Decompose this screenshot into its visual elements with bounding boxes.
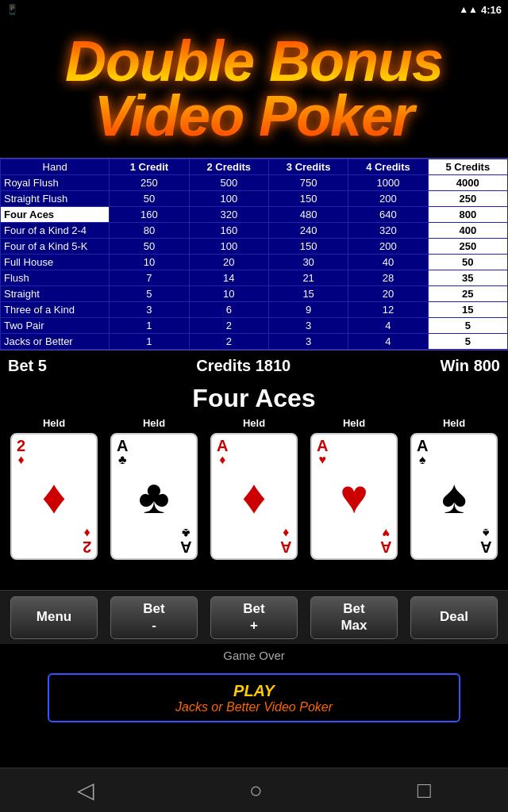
bet-bar: Bet 5 Credits 1810 Win 800 <box>0 350 508 381</box>
promo-subtitle: Jacks or Better Video Poker <box>175 700 333 714</box>
game-title: Double Bonus Video Poker <box>65 34 443 143</box>
credits-display: Credits 1810 <box>196 357 291 375</box>
game-over-text: Game Over <box>223 649 285 662</box>
col-hand: Hand <box>1 159 110 175</box>
card-corner-bottom: A ♥ <box>380 527 391 555</box>
card-corner-top: A ♥ <box>317 438 328 466</box>
held-label: Held <box>143 417 165 431</box>
card-corner-top: 2 ♦ <box>17 438 25 466</box>
table-row: Flush714212835 <box>1 270 508 286</box>
bet-minus-button[interactable]: Bet- <box>110 596 198 639</box>
card-center: ♣ <box>138 469 169 524</box>
table-row: Full House1020304050 <box>1 255 508 270</box>
card-container[interactable]: Held A ♣ ♣ A ♣ <box>110 417 198 560</box>
table-row: Four Aces160320480640800 <box>1 207 508 223</box>
held-label: Held <box>443 417 465 431</box>
card-1[interactable]: A ♣ ♣ A ♣ <box>110 433 198 560</box>
held-label: Held <box>243 417 265 431</box>
card-center: ♠ <box>441 469 467 524</box>
pay-table-header: Hand 1 Credit 2 Credits 3 Credits 4 Cred… <box>1 159 508 175</box>
card-3[interactable]: A ♥ ♥ A ♥ <box>310 433 398 560</box>
time-display: 4:16 <box>481 4 502 16</box>
table-row: Royal Flush25050075010004000 <box>1 175 508 191</box>
table-row: Jacks or Better12345 <box>1 334 508 350</box>
hand-name-bar: Four Aces <box>0 381 508 416</box>
status-right: ▲▲ 4:16 <box>459 4 502 16</box>
title-area: Double Bonus Video Poker <box>0 19 508 158</box>
bet-display: Bet 5 <box>8 357 47 375</box>
table-row: Three of a Kind3691215 <box>1 302 508 318</box>
home-button[interactable]: ○ <box>249 778 263 803</box>
pay-table: Hand 1 Credit 2 Credits 3 Credits 4 Cred… <box>0 158 508 350</box>
card-container[interactable]: Held A ♦ ♦ A ♦ <box>210 417 298 560</box>
col-3credits: 3 Credits <box>268 159 348 175</box>
deal-button[interactable]: Deal <box>410 596 498 639</box>
table-row: Straight510152025 <box>1 286 508 302</box>
bet-max-button[interactable]: BetMax <box>310 596 398 639</box>
recent-button[interactable]: □ <box>418 778 431 803</box>
promo-banner[interactable]: PLAY Jacks or Better Video Poker <box>48 673 460 722</box>
wifi-icon: ▲▲ <box>459 4 478 15</box>
card-2[interactable]: A ♦ ♦ A ♦ <box>210 433 298 560</box>
card-corner-top: A ♣ <box>117 438 128 466</box>
card-corner-top: A ♦ <box>217 438 228 466</box>
table-row: Two Pair12345 <box>1 318 508 334</box>
card-container[interactable]: Held 2 ♦ ♦ 2 ♦ <box>10 417 98 560</box>
table-row: Straight Flush50100150200250 <box>1 191 508 207</box>
win-display: Win 800 <box>441 357 500 375</box>
card-container[interactable]: Held A ♠ ♠ A ♠ <box>410 417 498 560</box>
card-center: ♦ <box>42 469 67 524</box>
menu-button[interactable]: Menu <box>10 596 98 639</box>
card-corner-bottom: A ♠ <box>480 527 491 555</box>
table-row: Four of a Kind 5-K50100150200250 <box>1 239 508 255</box>
card-corner-bottom: 2 ♦ <box>83 527 91 555</box>
hand-name: Four Aces <box>192 384 315 413</box>
card-center: ♥ <box>340 469 368 524</box>
card-center: ♦ <box>242 469 267 524</box>
status-bar: 📱 ▲▲ 4:16 <box>0 0 508 19</box>
col-2credits: 2 Credits <box>189 159 268 175</box>
game-over-bar: Game Over <box>0 644 508 666</box>
card-4[interactable]: A ♠ ♠ A ♠ <box>410 433 498 560</box>
buttons-area: Menu Bet- Bet+ BetMax Deal <box>0 590 508 644</box>
col-4credits: 4 Credits <box>348 159 428 175</box>
promo-play-text: PLAY <box>233 682 275 700</box>
bottom-nav: ◁ ○ □ <box>0 768 508 812</box>
promo-area[interactable]: PLAY Jacks or Better Video Poker <box>0 666 508 730</box>
status-icon: 📱 <box>6 4 18 15</box>
card-corner-top: A ♠ <box>417 438 428 466</box>
card-container[interactable]: Held A ♥ ♥ A ♥ <box>310 417 398 560</box>
card-corner-bottom: A ♦ <box>280 527 291 555</box>
card-0[interactable]: 2 ♦ ♦ 2 ♦ <box>10 433 98 560</box>
col-1credit: 1 Credit <box>110 159 189 175</box>
held-label: Held <box>343 417 365 431</box>
bet-plus-button[interactable]: Bet+ <box>210 596 298 639</box>
back-button[interactable]: ◁ <box>77 777 94 803</box>
card-corner-bottom: A ♣ <box>180 527 191 555</box>
col-5credits: 5 Credits <box>428 159 507 175</box>
held-label: Held <box>43 417 65 431</box>
cards-area: Held 2 ♦ ♦ 2 ♦ Held A ♣ ♣ A ♣ Held A ♦ ♦… <box>0 416 508 590</box>
table-row: Four of a Kind 2-480160240320400 <box>1 223 508 239</box>
